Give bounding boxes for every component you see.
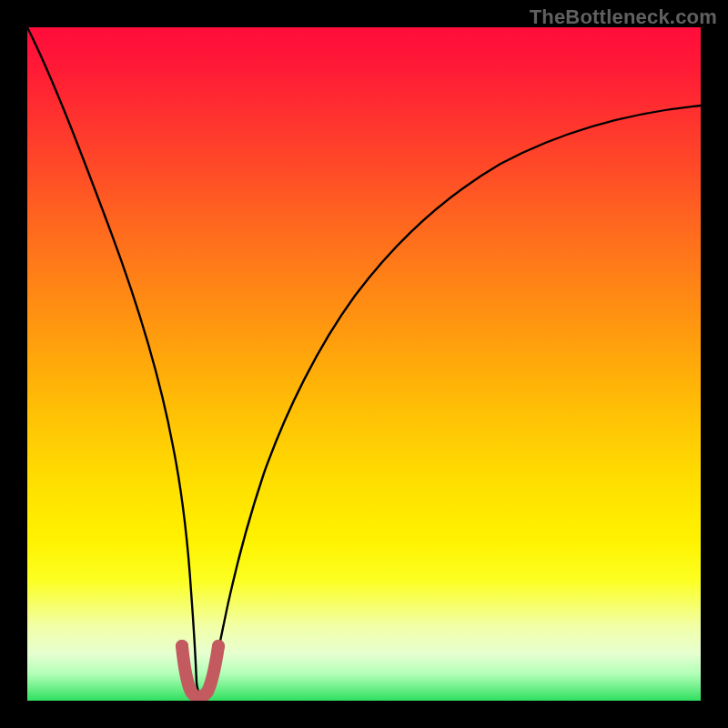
optimal-marker-dot-left — [176, 640, 188, 652]
plot-area — [27, 27, 701, 701]
optimal-marker — [182, 646, 218, 697]
chart-frame: TheBottleneck.com — [0, 0, 728, 728]
bottleneck-curve — [27, 27, 701, 695]
watermark-text: TheBottleneck.com — [530, 5, 717, 29]
optimal-marker-dot-right — [212, 640, 225, 652]
chart-svg — [27, 27, 701, 701]
